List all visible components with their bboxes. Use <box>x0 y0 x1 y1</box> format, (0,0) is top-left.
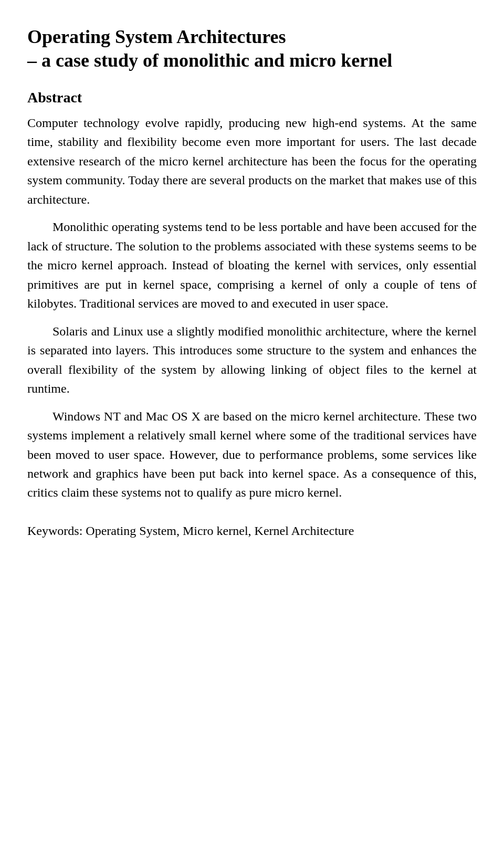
page-container: Operating System Architectures – a case … <box>27 25 477 540</box>
main-title: Operating System Architectures <box>27 25 477 49</box>
paragraph-4: Windows NT and Mac OS X are based on the… <box>27 407 477 502</box>
paragraph-1: Computer technology evolve rapidly, prod… <box>27 113 477 209</box>
abstract-section: Abstract Computer technology evolve rapi… <box>27 89 477 540</box>
abstract-heading: Abstract <box>27 89 477 106</box>
title-block: Operating System Architectures – a case … <box>27 25 477 72</box>
keywords: Keywords: Operating System, Micro kernel… <box>27 521 477 540</box>
paragraph-2: Monolithic operating systems tend to be … <box>27 217 477 313</box>
paragraph-3: Solaris and Linux use a slightly modifie… <box>27 322 477 398</box>
subtitle: – a case study of monolithic and micro k… <box>27 49 477 72</box>
